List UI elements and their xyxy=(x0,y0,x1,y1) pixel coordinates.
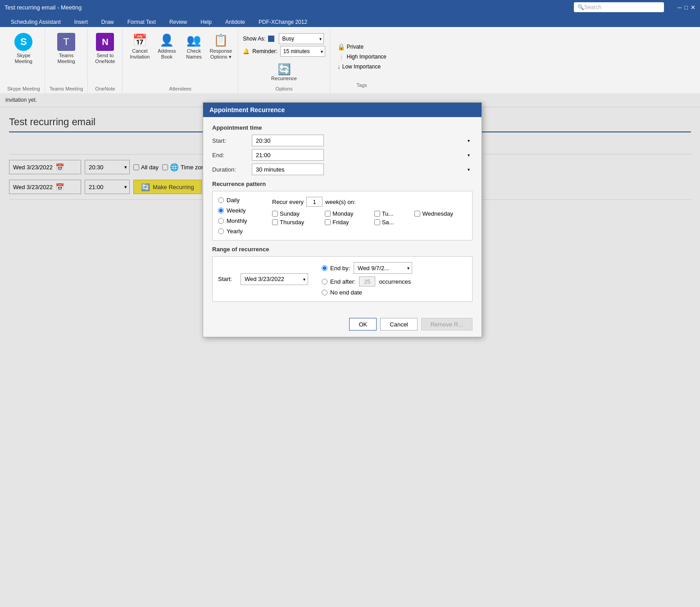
address-book-button[interactable]: 👤 AddressBook xyxy=(154,31,179,61)
tags-group-label: Tags xyxy=(337,81,386,90)
recurrence-button[interactable]: 🔄 Recurrence xyxy=(268,61,300,83)
cancel-invitation-button[interactable]: 📅 CancelInvitation xyxy=(127,31,152,61)
no-end-row: No end date xyxy=(322,289,412,296)
end-after-input[interactable] xyxy=(359,276,375,286)
daily-radio[interactable] xyxy=(218,197,224,203)
remove-recurrence-button[interactable]: Remove R... xyxy=(421,318,473,331)
tuesday-checkbox[interactable] xyxy=(374,211,380,217)
tab-help[interactable]: Help xyxy=(194,17,218,27)
title-bar-label: Test recurring email - Meeting xyxy=(5,4,82,11)
yearly-option[interactable]: Yearly xyxy=(218,228,263,235)
sunday-checkbox-label[interactable]: Sunday xyxy=(272,210,318,217)
wednesday-checkbox[interactable] xyxy=(414,211,420,217)
ribbon-group-attendees: 📅 CancelInvitation 👤 AddressBook 👥 Check… xyxy=(123,29,238,93)
ribbon-group-skype: S SkypeMeeting Skype Meeting xyxy=(3,29,45,93)
no-end-radio[interactable] xyxy=(322,290,327,295)
tab-pdf-xchange[interactable]: PDF-XChange 2012 xyxy=(252,17,314,27)
duration-select-wrap[interactable]: 30 minutes xyxy=(252,163,473,175)
ribbon-tabs: Scheduling Assistant Insert Draw Format … xyxy=(0,14,700,27)
monday-label: Monday xyxy=(332,210,353,217)
cancel-invitation-label: CancelInvitation xyxy=(130,48,150,60)
range-start-label: Start: xyxy=(218,276,236,282)
weekly-label: Weekly xyxy=(227,207,245,214)
reminder-select-wrapper[interactable]: 15 minutes None 5 minutes 30 minutes xyxy=(280,46,325,57)
end-after-radio[interactable] xyxy=(322,279,327,285)
appt-time-section-title: Appointment time xyxy=(212,124,473,131)
friday-checkbox[interactable] xyxy=(325,219,331,225)
tab-format-text[interactable]: Format Text xyxy=(121,17,162,27)
monthly-radio[interactable] xyxy=(218,218,224,224)
tab-scheduling-assistant[interactable]: Scheduling Assistant xyxy=(5,17,67,27)
reminder-select[interactable]: 15 minutes None 5 minutes 30 minutes xyxy=(280,46,325,57)
teams-meeting-label: TeamsMeeting xyxy=(57,53,75,64)
private-button[interactable]: 🔒 Private xyxy=(337,43,364,50)
range-end-options: End by: Wed 9/7/2... xyxy=(322,262,412,296)
saturday-label: Sa... xyxy=(382,219,394,226)
sunday-checkbox[interactable] xyxy=(272,211,278,217)
end-by-radio[interactable] xyxy=(322,265,327,271)
wednesday-checkbox-label[interactable]: Wednesday xyxy=(414,210,467,217)
cancel-button[interactable]: Cancel xyxy=(380,318,417,331)
show-as-select-wrapper[interactable]: Busy Free Tentative Out of Office xyxy=(279,33,324,44)
maximize-icon[interactable]: □ xyxy=(684,4,688,11)
recur-every-input[interactable] xyxy=(306,197,323,207)
tab-review[interactable]: Review xyxy=(163,17,193,27)
onenote-group-label: OneNote xyxy=(92,85,118,93)
show-as-select[interactable]: Busy Free Tentative Out of Office xyxy=(279,33,324,44)
tab-insert[interactable]: Insert xyxy=(68,17,94,27)
dialog-end-select[interactable]: 21:00 xyxy=(252,149,324,161)
tab-draw[interactable]: Draw xyxy=(95,17,120,27)
response-options-button[interactable]: 📋 ResponseOptions ▾ xyxy=(208,31,233,61)
end-select-wrap[interactable]: 21:00 xyxy=(252,149,473,161)
search-box[interactable]: 🔍 Search xyxy=(574,2,664,12)
thursday-checkbox[interactable] xyxy=(272,219,278,225)
teams-meeting-button[interactable]: T TeamsMeeting xyxy=(54,31,79,66)
close-icon[interactable]: ✕ xyxy=(691,4,695,11)
end-after-option[interactable]: End after: xyxy=(322,278,355,285)
end-by-option[interactable]: End by: xyxy=(322,265,350,272)
end-by-row: End by: Wed 9/7/2... xyxy=(322,262,412,274)
friday-checkbox-label[interactable]: Friday xyxy=(325,219,367,226)
high-importance-button[interactable]: ❕ High Importance xyxy=(337,53,386,60)
thursday-checkbox-label[interactable]: Thursday xyxy=(272,219,318,226)
end-by-date-select[interactable]: Wed 9/7/2... xyxy=(354,262,412,274)
monday-checkbox[interactable] xyxy=(325,211,331,217)
ok-button[interactable]: OK xyxy=(349,318,377,331)
response-options-icon: 📋 xyxy=(214,33,228,48)
end-label: End: xyxy=(212,152,248,159)
monthly-option[interactable]: Monthly xyxy=(218,217,263,224)
range-start-date-select[interactable]: Wed 3/23/2022 xyxy=(241,273,308,285)
no-end-label: No end date xyxy=(330,289,362,296)
ribbon-group-options: Show As: Busy Free Tentative Out of Offi… xyxy=(238,29,330,93)
private-label: Private xyxy=(347,44,364,50)
skype-meeting-button[interactable]: S SkypeMeeting xyxy=(11,31,36,66)
start-select-wrap[interactable]: 20:30 xyxy=(252,135,473,146)
monthly-label: Monthly xyxy=(227,217,247,224)
range-box: Start: Wed 3/23/2022 End by: xyxy=(212,256,473,302)
tuesday-checkbox-label[interactable]: Tu... xyxy=(374,210,408,217)
saturday-checkbox-label[interactable]: Sa... xyxy=(374,219,408,226)
saturday-checkbox[interactable] xyxy=(374,219,380,225)
friday-label: Friday xyxy=(332,219,349,226)
dialog-start-select[interactable]: 20:30 xyxy=(252,135,324,146)
skype-icon: S xyxy=(14,33,32,51)
tab-antidote[interactable]: Antidote xyxy=(219,17,251,27)
low-importance-button[interactable]: ↓ Low Importance xyxy=(337,63,381,70)
recurrence-label: Recurrence xyxy=(271,76,297,81)
send-to-onenote-button[interactable]: N Send toOneNote xyxy=(92,31,118,66)
check-names-button[interactable]: 👥 CheckNames xyxy=(181,31,206,61)
dialog-title: Appointment Recurrence xyxy=(203,103,482,117)
weekly-option[interactable]: Weekly xyxy=(218,207,263,214)
monday-checkbox-label[interactable]: Monday xyxy=(325,210,367,217)
weekly-radio[interactable] xyxy=(218,208,224,213)
daily-option[interactable]: Daily xyxy=(218,197,263,204)
no-end-option[interactable]: No end date xyxy=(322,289,362,296)
end-by-date-wrap[interactable]: Wed 9/7/2... xyxy=(354,262,412,274)
end-by-label: End by: xyxy=(330,265,350,272)
yearly-radio[interactable] xyxy=(218,228,224,234)
range-start-date-wrap[interactable]: Wed 3/23/2022 xyxy=(241,273,308,285)
yearly-label: Yearly xyxy=(227,228,243,235)
minimize-icon[interactable]: ─ xyxy=(677,4,682,11)
dialog-duration-select[interactable]: 30 minutes xyxy=(252,163,324,175)
wednesday-label: Wednesday xyxy=(422,210,453,217)
